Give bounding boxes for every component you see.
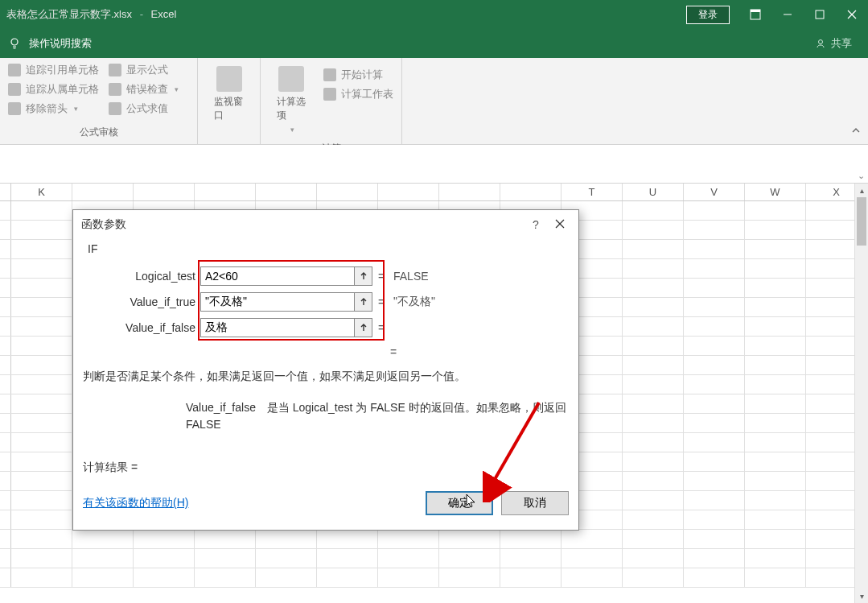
cell[interactable] [684, 279, 745, 297]
cell[interactable] [684, 414, 745, 432]
cell[interactable] [500, 568, 562, 587]
arg-input-logical-test[interactable] [200, 266, 355, 286]
cell[interactable] [623, 221, 684, 239]
cell[interactable] [562, 549, 623, 568]
cell[interactable] [11, 356, 72, 374]
cell[interactable] [745, 279, 806, 297]
cell[interactable] [623, 240, 684, 258]
column-header[interactable] [134, 184, 195, 200]
column-header[interactable]: V [684, 184, 745, 200]
cell[interactable] [11, 394, 72, 413]
cell[interactable] [684, 259, 745, 278]
cell[interactable] [745, 201, 806, 220]
cell[interactable] [562, 568, 623, 587]
cell[interactable] [0, 259, 11, 278]
cell[interactable] [134, 530, 195, 548]
cell[interactable] [745, 240, 806, 258]
cell[interactable] [11, 259, 72, 278]
cell[interactable] [378, 568, 439, 587]
cell[interactable] [745, 394, 806, 413]
cell[interactable] [745, 568, 806, 587]
cell[interactable] [745, 375, 806, 394]
cell[interactable] [745, 530, 806, 548]
cell[interactable] [623, 356, 684, 374]
cell[interactable] [623, 510, 684, 529]
cell[interactable] [378, 530, 439, 548]
cell[interactable] [745, 452, 806, 471]
cell[interactable] [11, 414, 72, 432]
cell[interactable] [11, 337, 72, 355]
cell[interactable] [195, 549, 256, 568]
cell[interactable] [745, 414, 806, 432]
calculate-sheet-button[interactable]: 计算工作表 [320, 85, 397, 103]
cell[interactable] [745, 549, 806, 568]
cancel-button[interactable]: 取消 [501, 491, 569, 515]
trace-dependents-button[interactable]: 追踪从属单元格 [5, 81, 102, 98]
cell[interactable] [134, 568, 195, 587]
remove-arrows-button[interactable]: 移除箭头▾ [5, 100, 102, 118]
cell[interactable] [500, 530, 562, 548]
close-button[interactable] [836, 0, 868, 29]
cell[interactable] [684, 317, 745, 336]
cell[interactable] [11, 317, 72, 336]
cell[interactable] [0, 317, 11, 336]
table-row[interactable] [0, 530, 868, 549]
cell[interactable] [0, 298, 11, 316]
cell[interactable] [439, 549, 500, 568]
cell[interactable] [684, 433, 745, 452]
cell[interactable] [623, 491, 684, 510]
cell[interactable] [745, 337, 806, 355]
watch-window-button[interactable]: 监视窗口 [203, 61, 255, 127]
ribbon-display-options-button[interactable] [739, 0, 771, 29]
cell[interactable] [684, 240, 745, 258]
cell[interactable] [745, 491, 806, 510]
collapse-ribbon-button[interactable] [850, 125, 862, 139]
calculate-now-button[interactable]: 开始计算 [320, 66, 397, 84]
cell[interactable] [684, 337, 745, 355]
table-row[interactable] [0, 568, 868, 588]
cell[interactable] [0, 414, 11, 432]
cell[interactable] [684, 491, 745, 510]
cell[interactable] [684, 394, 745, 413]
cell[interactable] [72, 568, 134, 587]
cell[interactable] [11, 279, 72, 297]
login-button[interactable]: 登录 [686, 6, 730, 24]
cell[interactable] [0, 375, 11, 394]
column-header[interactable]: U [623, 184, 684, 200]
evaluate-formula-button[interactable]: 公式求值 [105, 100, 182, 118]
cell[interactable] [684, 530, 745, 548]
cell[interactable] [256, 549, 317, 568]
cell[interactable] [317, 568, 378, 587]
cell[interactable] [623, 279, 684, 297]
cell[interactable] [0, 510, 11, 529]
cell[interactable] [256, 530, 317, 548]
cell[interactable] [11, 472, 72, 490]
column-header[interactable]: K [11, 184, 72, 200]
cell[interactable] [623, 201, 684, 220]
vertical-scrollbar[interactable]: ▴ ▾ [854, 184, 868, 603]
cell[interactable] [623, 259, 684, 278]
minimize-button[interactable] [771, 0, 804, 29]
arg-input-value-if-true[interactable] [200, 292, 355, 312]
cell[interactable] [745, 317, 806, 336]
cell[interactable] [623, 394, 684, 413]
cell[interactable] [684, 298, 745, 316]
ok-button[interactable]: 确定 [426, 491, 493, 515]
cell[interactable] [623, 337, 684, 355]
cell[interactable] [72, 549, 134, 568]
cell[interactable] [0, 491, 11, 510]
cell[interactable] [11, 201, 72, 220]
cell[interactable] [11, 298, 72, 316]
share-button[interactable]: 共享 [815, 36, 860, 51]
cell[interactable] [0, 530, 11, 548]
cell[interactable] [623, 549, 684, 568]
function-help-link[interactable]: 有关该函数的帮助(H) [83, 496, 188, 510]
cell[interactable] [623, 433, 684, 452]
cell[interactable] [0, 452, 11, 471]
cell[interactable] [0, 433, 11, 452]
cell[interactable] [0, 568, 11, 587]
cell[interactable] [745, 433, 806, 452]
cell[interactable] [11, 568, 72, 587]
cell[interactable] [11, 549, 72, 568]
column-header[interactable] [317, 184, 378, 200]
